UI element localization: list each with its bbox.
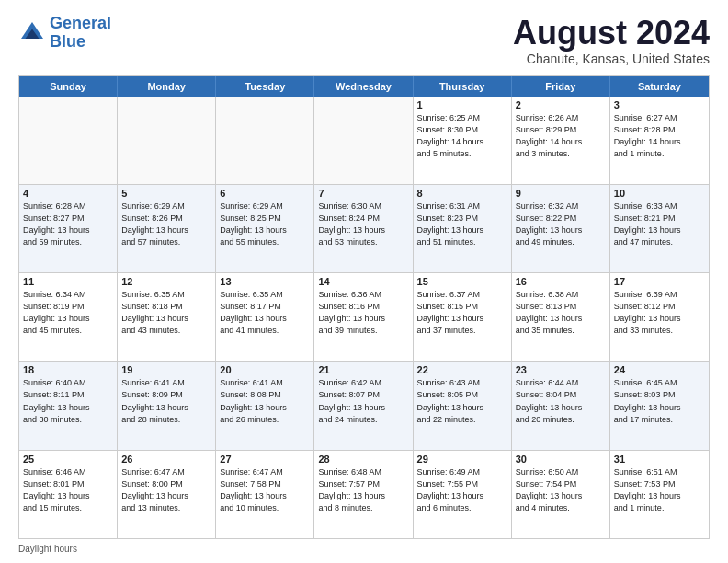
day-cell: 18Sunrise: 6:40 AM Sunset: 8:11 PM Dayli…: [19, 362, 118, 449]
day-cell: 23Sunrise: 6:44 AM Sunset: 8:04 PM Dayli…: [512, 362, 610, 449]
day-info: Sunrise: 6:47 AM Sunset: 7:58 PM Dayligh…: [220, 466, 310, 514]
day-cell: 14Sunrise: 6:36 AM Sunset: 8:16 PM Dayli…: [314, 273, 413, 361]
day-info: Sunrise: 6:39 AM Sunset: 8:12 PM Dayligh…: [614, 289, 705, 337]
day-info: Sunrise: 6:38 AM Sunset: 8:13 PM Dayligh…: [516, 289, 606, 337]
day-cell: 21Sunrise: 6:42 AM Sunset: 8:07 PM Dayli…: [314, 362, 413, 449]
day-number: 13: [220, 276, 310, 287]
day-number: 17: [614, 276, 705, 287]
day-cell: 9Sunrise: 6:32 AM Sunset: 8:22 PM Daylig…: [512, 185, 610, 272]
day-info: Sunrise: 6:37 AM Sunset: 8:15 PM Dayligh…: [417, 289, 507, 337]
day-cell: 6Sunrise: 6:29 AM Sunset: 8:25 PM Daylig…: [216, 185, 314, 272]
day-cell: 24Sunrise: 6:45 AM Sunset: 8:03 PM Dayli…: [610, 362, 709, 449]
weekday-header: Sunday: [19, 76, 118, 97]
day-cell: 27Sunrise: 6:47 AM Sunset: 7:58 PM Dayli…: [216, 451, 314, 538]
day-number: 27: [220, 454, 310, 465]
day-info: Sunrise: 6:50 AM Sunset: 7:54 PM Dayligh…: [516, 466, 606, 514]
calendar-row: 25Sunrise: 6:46 AM Sunset: 8:01 PM Dayli…: [19, 451, 709, 538]
day-number: 7: [318, 188, 408, 199]
page: General Blue August 2024 Chanute, Kansas…: [0, 0, 728, 563]
day-number: 1: [417, 99, 507, 110]
day-number: 10: [614, 188, 705, 199]
day-cell: 20Sunrise: 6:41 AM Sunset: 8:08 PM Dayli…: [216, 362, 314, 449]
day-cell: 28Sunrise: 6:48 AM Sunset: 7:57 PM Dayli…: [314, 451, 413, 538]
day-number: 16: [516, 276, 606, 287]
weekday-header: Wednesday: [314, 76, 413, 97]
day-number: 9: [516, 188, 606, 199]
day-number: 21: [318, 364, 408, 375]
day-info: Sunrise: 6:25 AM Sunset: 8:30 PM Dayligh…: [417, 112, 507, 160]
empty-cell: [314, 97, 413, 184]
day-number: 4: [23, 188, 113, 199]
day-info: Sunrise: 6:36 AM Sunset: 8:16 PM Dayligh…: [318, 289, 408, 337]
day-cell: 1Sunrise: 6:25 AM Sunset: 8:30 PM Daylig…: [414, 97, 512, 184]
logo-text: General Blue: [50, 15, 111, 52]
weekday-header: Friday: [512, 76, 610, 97]
day-number: 29: [417, 454, 507, 465]
day-number: 11: [23, 276, 113, 287]
day-cell: 7Sunrise: 6:30 AM Sunset: 8:24 PM Daylig…: [314, 185, 413, 272]
day-info: Sunrise: 6:44 AM Sunset: 8:04 PM Dayligh…: [516, 377, 606, 425]
day-info: Sunrise: 6:43 AM Sunset: 8:05 PM Dayligh…: [417, 377, 507, 425]
calendar: SundayMondayTuesdayWednesdayThursdayFrid…: [18, 75, 710, 539]
day-cell: 13Sunrise: 6:35 AM Sunset: 8:17 PM Dayli…: [216, 273, 314, 361]
title-block: August 2024 Chanute, Kansas, United Stat…: [513, 15, 710, 66]
day-number: 25: [23, 454, 113, 465]
calendar-row: 1Sunrise: 6:25 AM Sunset: 8:30 PM Daylig…: [19, 97, 709, 185]
day-cell: 26Sunrise: 6:47 AM Sunset: 8:00 PM Dayli…: [118, 451, 216, 538]
day-info: Sunrise: 6:29 AM Sunset: 8:25 PM Dayligh…: [220, 201, 310, 248]
day-info: Sunrise: 6:42 AM Sunset: 8:07 PM Dayligh…: [318, 377, 408, 425]
day-cell: 16Sunrise: 6:38 AM Sunset: 8:13 PM Dayli…: [512, 273, 610, 361]
day-number: 19: [121, 364, 211, 375]
day-info: Sunrise: 6:41 AM Sunset: 8:08 PM Dayligh…: [220, 377, 310, 425]
day-cell: 2Sunrise: 6:26 AM Sunset: 8:29 PM Daylig…: [512, 97, 610, 184]
day-info: Sunrise: 6:30 AM Sunset: 8:24 PM Dayligh…: [318, 201, 408, 248]
day-number: 20: [220, 364, 310, 375]
day-cell: 22Sunrise: 6:43 AM Sunset: 8:05 PM Dayli…: [414, 362, 512, 449]
logo-line2: Blue: [50, 32, 85, 51]
calendar-row: 4Sunrise: 6:28 AM Sunset: 8:27 PM Daylig…: [19, 185, 709, 273]
empty-cell: [19, 97, 118, 184]
day-info: Sunrise: 6:35 AM Sunset: 8:18 PM Dayligh…: [121, 289, 211, 337]
day-info: Sunrise: 6:48 AM Sunset: 7:57 PM Dayligh…: [318, 466, 408, 514]
day-cell: 12Sunrise: 6:35 AM Sunset: 8:18 PM Dayli…: [118, 273, 216, 361]
weekday-header: Tuesday: [216, 76, 314, 97]
day-cell: 31Sunrise: 6:51 AM Sunset: 7:53 PM Dayli…: [610, 451, 709, 538]
day-cell: 25Sunrise: 6:46 AM Sunset: 8:01 PM Dayli…: [19, 451, 118, 538]
footer-note: Daylight hours: [18, 544, 710, 554]
day-cell: 4Sunrise: 6:28 AM Sunset: 8:27 PM Daylig…: [19, 185, 118, 272]
logo: General Blue: [18, 15, 111, 52]
day-number: 18: [23, 364, 113, 375]
logo-icon: [18, 19, 46, 47]
empty-cell: [118, 97, 216, 184]
weekday-header: Saturday: [610, 76, 709, 97]
day-cell: 3Sunrise: 6:27 AM Sunset: 8:28 PM Daylig…: [610, 97, 709, 184]
day-number: 31: [614, 454, 705, 465]
day-number: 5: [121, 188, 211, 199]
day-number: 23: [516, 364, 606, 375]
day-info: Sunrise: 6:41 AM Sunset: 8:09 PM Dayligh…: [121, 377, 211, 425]
day-number: 30: [516, 454, 606, 465]
day-cell: 17Sunrise: 6:39 AM Sunset: 8:12 PM Dayli…: [610, 273, 709, 361]
day-info: Sunrise: 6:51 AM Sunset: 7:53 PM Dayligh…: [614, 466, 705, 514]
calendar-body: 1Sunrise: 6:25 AM Sunset: 8:30 PM Daylig…: [19, 97, 709, 538]
day-number: 2: [516, 99, 606, 110]
day-info: Sunrise: 6:31 AM Sunset: 8:23 PM Dayligh…: [417, 201, 507, 248]
day-info: Sunrise: 6:33 AM Sunset: 8:21 PM Dayligh…: [614, 201, 705, 248]
header: General Blue August 2024 Chanute, Kansas…: [18, 15, 710, 66]
day-number: 24: [614, 364, 705, 375]
day-cell: 5Sunrise: 6:29 AM Sunset: 8:26 PM Daylig…: [118, 185, 216, 272]
day-info: Sunrise: 6:29 AM Sunset: 8:26 PM Dayligh…: [121, 201, 211, 248]
calendar-row: 11Sunrise: 6:34 AM Sunset: 8:19 PM Dayli…: [19, 273, 709, 362]
day-info: Sunrise: 6:34 AM Sunset: 8:19 PM Dayligh…: [23, 289, 113, 337]
day-info: Sunrise: 6:40 AM Sunset: 8:11 PM Dayligh…: [23, 377, 113, 425]
day-info: Sunrise: 6:45 AM Sunset: 8:03 PM Dayligh…: [614, 377, 705, 425]
day-cell: 10Sunrise: 6:33 AM Sunset: 8:21 PM Dayli…: [610, 185, 709, 272]
empty-cell: [216, 97, 314, 184]
day-info: Sunrise: 6:35 AM Sunset: 8:17 PM Dayligh…: [220, 289, 310, 337]
location: Chanute, Kansas, United States: [513, 52, 710, 66]
day-number: 8: [417, 188, 507, 199]
day-info: Sunrise: 6:28 AM Sunset: 8:27 PM Dayligh…: [23, 201, 113, 248]
day-info: Sunrise: 6:49 AM Sunset: 7:55 PM Dayligh…: [417, 466, 507, 514]
day-number: 3: [614, 99, 705, 110]
logo-line1: General: [50, 14, 111, 32]
